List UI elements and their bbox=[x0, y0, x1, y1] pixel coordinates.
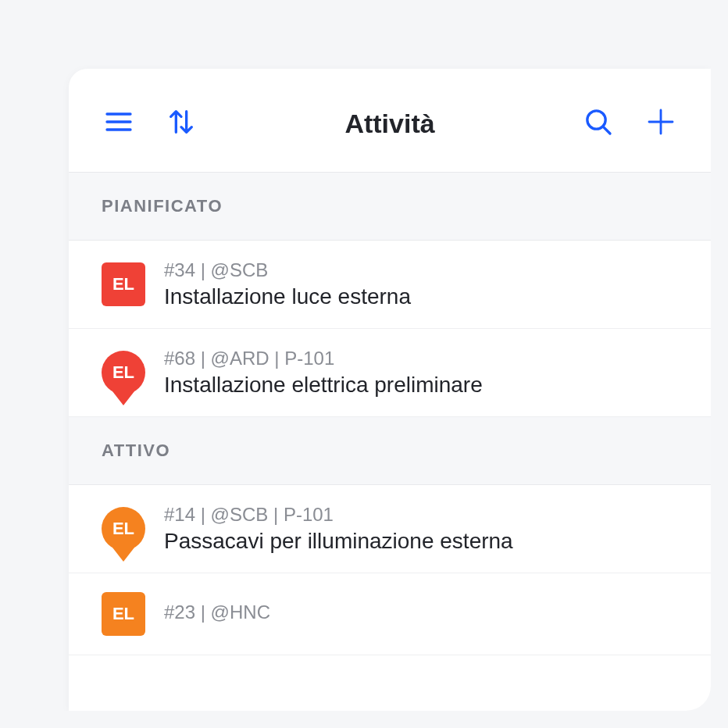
search-button[interactable] bbox=[581, 106, 616, 141]
task-item[interactable]: EL #14 | @SCB | P-101 Passacavi per illu… bbox=[69, 485, 711, 573]
sort-button[interactable] bbox=[164, 106, 198, 141]
menu-button[interactable] bbox=[102, 106, 136, 141]
task-item[interactable]: EL #68 | @ARD | P-101 Installazione elet… bbox=[69, 329, 711, 417]
task-badge-pin: EL bbox=[102, 507, 145, 551]
outer-container: Attività bbox=[17, 17, 711, 711]
task-content: #34 | @SCB Installazione luce esterna bbox=[164, 259, 411, 309]
app-card: Attività bbox=[69, 69, 711, 711]
task-meta: #68 | @ARD | P-101 bbox=[164, 348, 483, 369]
task-item[interactable]: EL #23 | @HNC bbox=[69, 573, 711, 655]
task-item[interactable]: EL #34 | @SCB Installazione luce esterna bbox=[69, 241, 711, 329]
plus-icon bbox=[645, 106, 676, 141]
header-left bbox=[102, 106, 198, 141]
task-badge: EL bbox=[102, 262, 145, 306]
search-icon bbox=[583, 106, 614, 141]
header: Attività bbox=[69, 69, 711, 173]
sort-icon bbox=[166, 106, 197, 141]
task-title: Passacavi per illuminazione esterna bbox=[164, 529, 513, 554]
task-content: #23 | @HNC bbox=[164, 601, 270, 626]
hamburger-icon bbox=[103, 106, 134, 141]
task-content: #14 | @SCB | P-101 Passacavi per illumin… bbox=[164, 504, 513, 554]
section-header-pianificato: PIANIFICATO bbox=[69, 173, 711, 241]
svg-line-4 bbox=[603, 127, 610, 134]
task-meta: #23 | @HNC bbox=[164, 601, 270, 623]
task-badge: EL bbox=[102, 592, 145, 636]
section-header-attivo: ATTIVO bbox=[69, 417, 711, 485]
header-right bbox=[581, 106, 678, 141]
page-title: Attività bbox=[198, 109, 581, 139]
task-meta: #34 | @SCB bbox=[164, 259, 411, 281]
task-content: #68 | @ARD | P-101 Installazione elettri… bbox=[164, 348, 483, 398]
add-button[interactable] bbox=[644, 106, 678, 141]
task-title: Installazione elettrica preliminare bbox=[164, 373, 483, 398]
task-title: Installazione luce esterna bbox=[164, 284, 411, 309]
task-meta: #14 | @SCB | P-101 bbox=[164, 504, 513, 526]
task-badge-pin: EL bbox=[102, 351, 145, 394]
